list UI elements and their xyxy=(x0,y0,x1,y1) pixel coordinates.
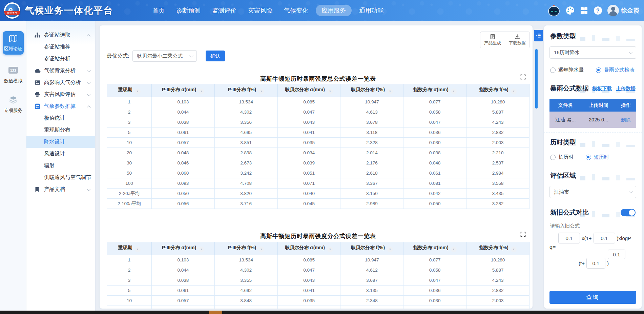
filter-icon[interactable]: ▼ xyxy=(387,89,393,94)
column-header[interactable]: P-III分布 f(%)▼ xyxy=(214,84,277,97)
filter-icon[interactable]: ▼ xyxy=(327,89,333,94)
column-header[interactable]: 重现期▼ xyxy=(107,242,152,255)
theme-palette-icon[interactable] xyxy=(566,6,575,15)
help-icon[interactable]: ? xyxy=(594,6,602,15)
query-button[interactable]: 查询 xyxy=(549,291,636,304)
filter-icon[interactable]: ▼ xyxy=(199,247,204,252)
fullscreen-icon[interactable] xyxy=(520,74,526,80)
table-cell: 4.708 xyxy=(214,178,277,189)
nav-item-2[interactable]: 诊断预测 xyxy=(172,5,205,16)
duration-type-radio-2[interactable]: 短历时 xyxy=(586,154,609,160)
column-header[interactable]: 指数分布 f(%)▼ xyxy=(466,84,529,97)
sidebar-item-14[interactable]: 产品文档 xyxy=(26,183,95,195)
rail-item-3[interactable]: 专项服务 xyxy=(0,96,26,114)
best-formula-select[interactable]: 耿贝尔最小二乘公式 xyxy=(132,50,197,62)
table-cell: 3.242 xyxy=(214,168,277,178)
sidebar-item-7[interactable]: 气象参数推算 xyxy=(26,100,95,112)
rail-item-2[interactable]: 123数值模拟 xyxy=(0,66,26,84)
coef-t-input[interactable] xyxy=(586,258,605,269)
apps-grid-icon[interactable] xyxy=(580,6,588,15)
table-cell: 3.355 xyxy=(214,275,277,286)
column-header[interactable]: P-III分布 σ(mm)▼ xyxy=(152,84,215,97)
table-cell: 2.989 xyxy=(340,199,403,209)
param-type-radio-2[interactable]: 暴雨公式检验 xyxy=(596,67,635,73)
compare-toggle[interactable] xyxy=(621,209,636,216)
filter-icon[interactable]: ▼ xyxy=(511,89,517,94)
column-header[interactable]: 耿贝尔分布 f(%)▼ xyxy=(340,242,403,255)
sidebar-item-12[interactable]: 辐射 xyxy=(26,160,95,172)
upload-data-link[interactable]: 上传数据 xyxy=(616,85,636,92)
filter-icon[interactable]: ▼ xyxy=(451,247,457,252)
table-row: 200.0482.8980.0342.0140.0382.210 xyxy=(107,148,529,158)
rail-item-1[interactable]: 区域论证 xyxy=(0,31,26,55)
fullscreen-icon[interactable] xyxy=(520,232,526,238)
param-type-radio-1[interactable]: 逐年降水量 xyxy=(550,67,584,73)
nav-item-3[interactable]: 监测评价 xyxy=(208,5,241,16)
filter-icon[interactable]: ▼ xyxy=(258,247,264,252)
template-download-link[interactable]: 模板下载 xyxy=(592,85,612,92)
table-cell: 3.687 xyxy=(340,275,403,286)
filter-icon[interactable]: ▼ xyxy=(135,247,141,252)
robot-assistant-icon[interactable] xyxy=(547,4,561,17)
sidebar-item-1[interactable]: 参证站选取 xyxy=(26,29,95,41)
product-generate-button[interactable]: 产品生成 xyxy=(480,32,505,48)
module-rail: 区域论证123数值模拟专项服务 xyxy=(0,21,26,311)
sidebar-item-5[interactable]: 高影响天气分析 xyxy=(26,77,95,89)
sidebar-item-3[interactable]: 参证站分析 xyxy=(26,53,95,65)
sidebar-item-6[interactable]: 灾害风险评估 xyxy=(26,89,95,100)
nav-item-7[interactable]: 通用功能 xyxy=(355,5,388,16)
filter-icon[interactable]: ▼ xyxy=(387,247,393,252)
horizontal-scrollbar-thumb[interactable] xyxy=(209,311,222,314)
table-row: 1000.0934.7080.0713.3670.0813.558 xyxy=(107,178,529,189)
table-row: 10.10313.5340.08510.9470.07710.280 xyxy=(107,97,529,107)
main-scrollbar-thumb[interactable] xyxy=(535,49,538,109)
sidebar-item-9[interactable]: 重现期分布 xyxy=(26,124,95,136)
user-menu[interactable]: 徐金霞 xyxy=(607,5,639,16)
column-header[interactable]: 耿贝尔分布 σ(mm)▼ xyxy=(277,84,340,97)
nav-item-1[interactable]: 首页 xyxy=(148,5,169,16)
nav-item-6[interactable]: 应用服务 xyxy=(316,5,352,16)
duration-type-radios: 长历时短历时 xyxy=(549,150,636,165)
column-header[interactable]: 重现期▼ xyxy=(107,84,152,97)
column-header[interactable]: 耿贝尔分布 f(%)▼ xyxy=(340,84,403,97)
filter-icon[interactable]: ▼ xyxy=(451,89,457,94)
table-cell: 1 xyxy=(107,255,152,265)
q-equals-label: q= xyxy=(549,244,556,250)
filter-icon[interactable]: ▼ xyxy=(135,89,141,94)
filter-icon[interactable]: ▼ xyxy=(327,247,333,252)
sidebar-item-4[interactable]: 气候背景分析 xyxy=(26,65,95,77)
table-cell: 3.135 xyxy=(340,286,403,296)
column-header[interactable]: P-III分布 σ(mm)▼ xyxy=(152,242,215,255)
column-header[interactable]: 指数分布 σ(mm)▼ xyxy=(403,84,466,97)
panel-toggle-button[interactable] xyxy=(534,30,543,41)
sidebar-item-10[interactable]: 降水设计 xyxy=(26,136,95,148)
download-data-button[interactable]: 下载数据 xyxy=(505,32,529,48)
sidebar-item-2[interactable]: 参证站推荐 xyxy=(26,41,95,53)
sidebar-item-13[interactable]: 供暖通风与空气调节 xyxy=(26,172,95,183)
sidebar-item-11[interactable]: 风速设计 xyxy=(26,148,95,160)
table-cell: 1 xyxy=(107,97,152,107)
column-header[interactable]: 耿贝尔分布 σ(mm)▼ xyxy=(277,242,340,255)
column-header[interactable]: 指数分布 σ(mm)▼ xyxy=(403,242,466,255)
filter-icon[interactable]: ▼ xyxy=(258,89,264,94)
table-cell: 0.057 xyxy=(152,296,215,306)
column-header[interactable]: 指数分布 f(%)▼ xyxy=(466,242,529,255)
duration-type-radio-1[interactable]: 长历时 xyxy=(550,154,574,160)
exponent-input[interactable] xyxy=(608,250,625,259)
horizontal-scrollbar[interactable] xyxy=(0,311,644,314)
table-cell xyxy=(277,306,340,309)
main-content: 产品生成 下载数据 最优公式: 耿贝尔最小二乘公式 确认 高斯牛顿短历时暴雨强度… xyxy=(100,25,533,309)
table-cell: 4.243 xyxy=(466,117,529,127)
column-header[interactable]: P-III分布 f(%)▼ xyxy=(214,242,277,255)
confirm-button[interactable]: 确认 xyxy=(206,51,225,61)
param-type-select[interactable]: 16历时降水 xyxy=(549,46,636,59)
delete-link[interactable]: 删除 xyxy=(616,117,636,123)
nav-item-5[interactable]: 气候变化 xyxy=(280,5,312,16)
coef-b-input[interactable] xyxy=(594,233,615,243)
nav-item-4[interactable]: 灾害风险 xyxy=(244,5,276,16)
filter-icon[interactable]: ▼ xyxy=(511,247,517,252)
region-select[interactable]: 江油市 xyxy=(549,186,636,198)
coef-a-input[interactable] xyxy=(558,233,580,243)
filter-icon[interactable]: ▼ xyxy=(199,89,204,94)
sidebar-item-8[interactable]: 极值统计 xyxy=(26,112,95,124)
